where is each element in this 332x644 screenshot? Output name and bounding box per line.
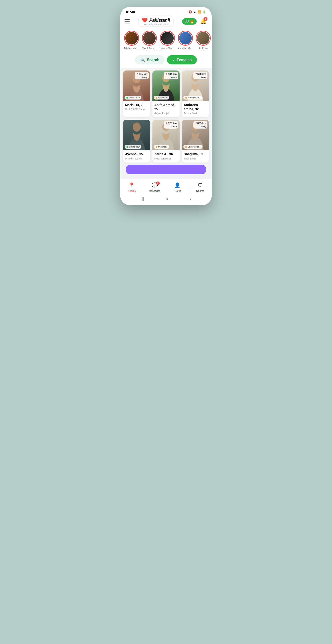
messages-label: Messages [149, 190, 160, 192]
card-info: Ambreen amina, 32 Sukkur, Sindh [182, 101, 209, 117]
nav-messages[interactable]: 💬 2 Messages [143, 182, 166, 193]
profile-card[interactable]: 📍134 kmAway this week Asifa Ahmed, 25 Gu… [152, 70, 179, 117]
story-item[interactable]: Bilal Ahmed ... [124, 31, 139, 50]
back-button[interactable]: ‹ [190, 196, 191, 202]
story-item[interactable]: Hamza Shah... [160, 31, 175, 50]
female-icon: ♀ [172, 58, 175, 62]
card-info: Maria Hu, 29 Chak 13 BC, Punjab [123, 101, 150, 113]
status-badge: Online now [124, 145, 142, 149]
story-item[interactable]: Abdullah Ma... [178, 31, 193, 50]
story-item[interactable]: Ali Khan [196, 31, 211, 50]
status-text: Seen yester... [188, 146, 201, 148]
status-text: this week [158, 146, 167, 148]
header-right: 30 🔥 🔔 2 [182, 17, 208, 26]
offline-dot [185, 146, 187, 148]
story-avatar [143, 32, 156, 44]
card-info: Asifa Ahmed, 25 Gujrat, Punjab [152, 101, 179, 117]
menu-button[interactable] [124, 19, 130, 24]
messages-badge: 2 [156, 182, 160, 185]
card-info: Ayesha , 35 United Kingdom, [123, 150, 150, 162]
distance-badge: 📍134 kmAway [164, 72, 178, 80]
rooms-icon: 🗨 [198, 182, 203, 188]
logo-heart-icon: ❤️ [142, 17, 148, 23]
story-name: Bilal Ahmed ... [124, 47, 139, 50]
recents-button[interactable]: ||| [141, 196, 144, 202]
notifications-button[interactable]: 🔔 2 [199, 17, 208, 26]
profile-card[interactable]: 📍120 kmAway this week Zarqa Al, 36 India… [152, 120, 179, 162]
offline-dot [156, 146, 157, 148]
home-button[interactable]: ○ [166, 196, 168, 202]
profile-icon: 👤 [174, 182, 180, 188]
profile-location: United Kingdom, [125, 157, 148, 160]
profile-label: Profile [174, 190, 181, 192]
distance-badge: 📍670 kmAway [194, 72, 208, 80]
nav-nearby[interactable]: 📍 Nearby [120, 182, 143, 193]
profile-card[interactable]: 📍899 kmAway Seen yester... Shagufta, 33 … [182, 120, 209, 162]
rooms-label: Rooms [196, 190, 204, 192]
filter-row: 🔍 Search ♀ Females [120, 54, 212, 68]
header: ❤️ Pakistanil We make dating easier 30 🔥… [120, 15, 212, 29]
svg-point-3 [133, 122, 141, 132]
profile-name: Zarqa Al, 36 [154, 152, 178, 156]
nav-rooms[interactable]: 🗨 Rooms [189, 182, 212, 193]
battery-icon: 🔋 [202, 10, 206, 14]
system-nav-bar: ||| ○ ‹ [120, 194, 212, 205]
logo: ❤️ Pakistanil We make dating easier [138, 16, 173, 26]
distance-badge: 📍345 kmAway [135, 72, 149, 80]
status-badge: this week [154, 96, 169, 100]
profile-name: Ambreen amina, 32 [184, 103, 207, 111]
online-dot [126, 146, 128, 148]
story-avatar [197, 32, 210, 44]
status-time: 01:40 [126, 10, 135, 14]
status-icons: 🔇 ▲ 📶 🔋 [188, 10, 206, 14]
story-name: Yusuf Raza ... [142, 47, 157, 50]
logo-subtitle: We make dating easier [144, 23, 168, 25]
status-badge: Seen yester... [183, 96, 202, 100]
nearby-icon: 📍 [128, 182, 135, 188]
notification-count: 2 [204, 17, 208, 21]
status-badge: Online now [124, 96, 142, 100]
females-filter-button[interactable]: ♀ Females [167, 55, 197, 64]
stories-row: Bilal Ahmed ... Yusuf Raza ... Hamza Sha… [120, 29, 212, 54]
profile-name: Ayesha , 35 [125, 152, 148, 156]
nav-profile[interactable]: 👤 Profile [166, 182, 189, 193]
status-text: Seen yester... [188, 96, 201, 99]
search-icon: 🔍 [140, 58, 145, 62]
fire-icon: 🔥 [190, 19, 194, 24]
profile-name: Shagufta, 33 [184, 152, 207, 156]
profiles-grid: 📍345 kmAway Online now Maria Hu, 29 Chak… [120, 68, 212, 165]
status-bar: 01:40 🔇 ▲ 📶 🔋 [120, 7, 212, 15]
purple-action-button[interactable] [126, 165, 206, 174]
profile-card[interactable]: 📍670 kmAway Seen yester... Ambreen amina… [182, 70, 209, 117]
pin-icon: 📍 [195, 122, 197, 125]
pin-icon: 📍 [136, 73, 138, 76]
likes-badge[interactable]: 30 🔥 [182, 18, 197, 24]
distance-badge: 📍120 kmAway [164, 121, 178, 128]
search-button[interactable]: 🔍 Search [135, 55, 164, 64]
status-text: Online now [129, 96, 140, 99]
phone-shell: 01:40 🔇 ▲ 📶 🔋 ❤️ Pakistanil We make dati… [120, 7, 212, 205]
mute-icon: 🔇 [188, 10, 192, 14]
card-info: Zarqa Al, 36 India, Jalandhar, [152, 150, 179, 162]
status-text: Online now [129, 146, 140, 148]
story-avatar [161, 32, 174, 44]
online-dot [126, 97, 128, 98]
females-label: Females [177, 58, 192, 62]
profile-name: Maria Hu, 29 [125, 103, 148, 107]
story-avatar [125, 32, 138, 44]
story-name: Abdullah Ma... [178, 47, 193, 50]
profile-location: Sukkur, Sindh [184, 112, 207, 115]
profile-location: India, Jalandhar, [154, 157, 178, 160]
offline-dot [185, 97, 187, 98]
story-name: Hamza Shah... [160, 47, 175, 50]
logo-text: Pakistanil [149, 18, 170, 23]
wifi-icon: ▲ [194, 10, 196, 14]
nearby-label: Nearby [128, 190, 136, 192]
distance-badge: 📍899 kmAway [194, 121, 208, 128]
status-badge: Seen yester... [183, 145, 202, 149]
profile-card[interactable]: 📍345 kmAway Online now Maria Hu, 29 Chak… [123, 70, 150, 117]
pin-icon: 📍 [165, 122, 168, 125]
profile-card[interactable]: Online now Ayesha , 35 United Kingdom, [123, 120, 150, 162]
profile-location: Chak 13 BC, Punjab [125, 108, 148, 111]
story-item[interactable]: Yusuf Raza ... [142, 31, 157, 50]
